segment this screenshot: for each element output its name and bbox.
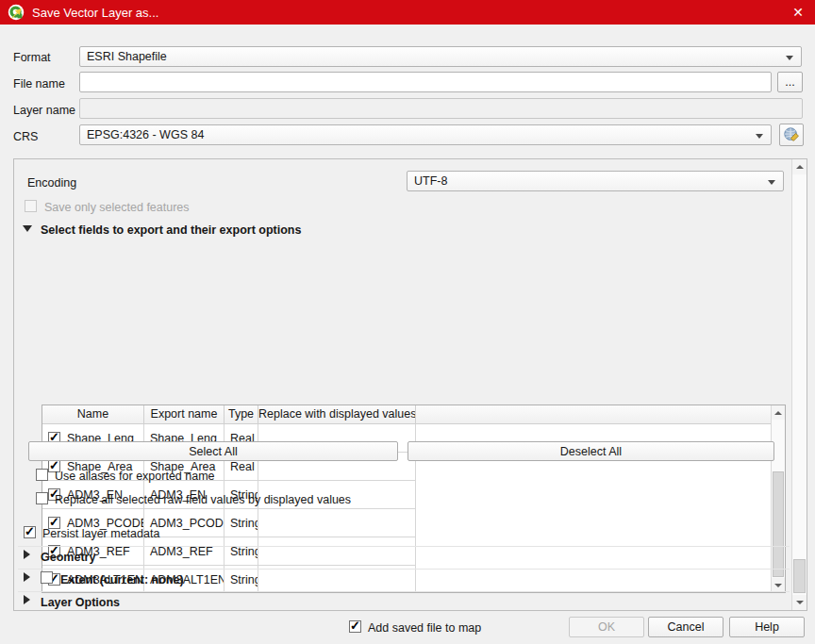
header-export-name[interactable]: Export name bbox=[144, 405, 225, 423]
field-type-cell-text: Real bbox=[230, 460, 255, 473]
persist-metadata-label: Persist layer metadata bbox=[42, 527, 159, 540]
section-divider bbox=[18, 591, 790, 592]
persist-metadata-checkbox[interactable] bbox=[24, 526, 36, 538]
globe-edit-icon bbox=[783, 126, 800, 143]
row-filler bbox=[416, 566, 771, 593]
layer-options-section-title[interactable]: Layer Options bbox=[41, 596, 120, 609]
add-to-map-label: Add saved file to map bbox=[368, 621, 481, 635]
options-scroll-area: Encoding UTF-8 Save only selected featur… bbox=[13, 158, 807, 611]
cancel-button[interactable]: Cancel bbox=[648, 617, 724, 637]
crs-label: CRS bbox=[13, 130, 38, 143]
deselect-all-button[interactable]: Deselect All bbox=[408, 441, 774, 461]
layer-name-label: Layer name bbox=[13, 104, 75, 117]
header-replace[interactable]: Replace with displayed values bbox=[258, 405, 416, 423]
file-name-input[interactable] bbox=[79, 72, 772, 92]
save-selected-checkbox bbox=[25, 200, 37, 212]
qgis-logo-icon bbox=[8, 4, 25, 21]
field-export-cell[interactable]: ADM3_REF bbox=[144, 537, 225, 566]
ok-button: OK bbox=[569, 617, 644, 637]
format-select[interactable]: ESRI Shapefile bbox=[79, 46, 802, 67]
format-label: Format bbox=[13, 51, 51, 64]
encoding-select[interactable]: UTF-8 bbox=[407, 171, 784, 191]
collapse-triangle-icon[interactable] bbox=[23, 225, 32, 232]
expand-triangle-icon[interactable] bbox=[24, 550, 30, 559]
extent-section-title[interactable]: Extent (current: none) bbox=[60, 573, 184, 586]
add-to-map-checkbox[interactable] bbox=[349, 620, 361, 633]
field-row[interactable]: ADM3_REFADM3_REFString bbox=[42, 537, 771, 566]
dropdown-arrow-icon bbox=[756, 134, 763, 139]
title-bar: Save Vector Layer as... ✕ bbox=[0, 0, 815, 25]
row-filler bbox=[416, 537, 771, 566]
options-scrollbar-thumb[interactable] bbox=[793, 559, 806, 593]
scroll-down-icon[interactable] bbox=[792, 595, 807, 610]
replace-values-checkbox[interactable] bbox=[36, 492, 48, 504]
field-type-cell[interactable]: String bbox=[225, 566, 258, 593]
table-scrollbar[interactable] bbox=[771, 405, 785, 592]
save-vector-layer-dialog: Save Vector Layer as... ✕ Format ESRI Sh… bbox=[0, 0, 815, 644]
field-type-cell-text: String bbox=[230, 573, 258, 586]
section-divider bbox=[18, 546, 790, 547]
field-replace-cell[interactable] bbox=[258, 537, 416, 566]
field-replace-cell[interactable] bbox=[258, 509, 416, 537]
header-filler bbox=[416, 405, 771, 423]
header-name[interactable]: Name bbox=[42, 405, 144, 423]
fields-table-header: Name Export name Type Replace with displ… bbox=[42, 405, 771, 424]
scroll-up-icon[interactable] bbox=[792, 159, 807, 174]
help-button[interactable]: Help bbox=[729, 617, 805, 637]
save-selected-label: Save only selected features bbox=[44, 201, 190, 214]
field-type-cell[interactable]: String bbox=[225, 509, 258, 537]
table-scrollbar-thumb[interactable] bbox=[773, 471, 784, 577]
select-crs-button[interactable] bbox=[779, 124, 804, 146]
fields-section-title[interactable]: Select fields to export and their export… bbox=[41, 223, 301, 237]
replace-values-label: Replace all selected raw field values by… bbox=[55, 493, 351, 506]
header-type[interactable]: Type bbox=[225, 405, 258, 423]
select-all-button[interactable]: Select All bbox=[28, 441, 398, 461]
row-filler bbox=[416, 509, 771, 537]
encoding-label: Encoding bbox=[27, 176, 76, 190]
field-type-cell[interactable]: String bbox=[225, 537, 258, 566]
use-aliases-label: Use aliases for exported name bbox=[55, 470, 215, 483]
section-divider bbox=[18, 569, 790, 570]
format-value: ESRI Shapefile bbox=[87, 50, 167, 63]
encoding-value: UTF-8 bbox=[414, 174, 447, 188]
field-export-cell-text: ADM3_PCODE bbox=[150, 517, 225, 530]
field-type-cell-text: String bbox=[230, 517, 258, 530]
field-replace-cell[interactable] bbox=[258, 566, 416, 593]
scroll-down-icon[interactable] bbox=[772, 578, 785, 592]
extent-checkbox[interactable] bbox=[41, 571, 53, 584]
row-filler bbox=[416, 481, 771, 509]
scroll-up-icon[interactable] bbox=[772, 405, 785, 420]
crs-value: EPSG:4326 - WGS 84 bbox=[87, 128, 204, 141]
window-title: Save Vector Layer as... bbox=[32, 6, 158, 20]
dropdown-arrow-icon bbox=[768, 180, 775, 185]
options-scrollbar[interactable] bbox=[791, 159, 807, 610]
layer-name-input bbox=[79, 98, 803, 119]
browse-button[interactable]: ... bbox=[777, 72, 803, 92]
geometry-section-title[interactable]: Geometry bbox=[41, 551, 95, 564]
expand-triangle-icon[interactable] bbox=[24, 595, 30, 604]
crs-select[interactable]: EPSG:4326 - WGS 84 bbox=[79, 124, 772, 145]
use-aliases-checkbox[interactable] bbox=[36, 469, 48, 481]
file-name-label: File name bbox=[13, 77, 65, 91]
expand-triangle-icon[interactable] bbox=[24, 572, 30, 582]
dropdown-arrow-icon bbox=[786, 56, 793, 60]
close-icon[interactable]: ✕ bbox=[789, 4, 807, 21]
